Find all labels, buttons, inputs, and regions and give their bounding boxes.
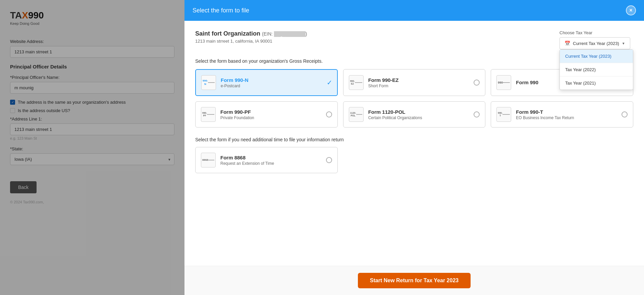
modal: Select the form to file × Saint fort Org… [184, 0, 644, 295]
form-icon-990: 990 [496, 75, 511, 90]
start-return-button[interactable]: Start New Return for Tax Year 2023 [358, 273, 471, 288]
form-card-1120pol[interactable]: 1120-POL Form 1120-POL Certain Political… [343, 101, 486, 128]
form-card-8868[interactable]: 8868 Form 8868 Request an Extension of T… [195, 147, 338, 173]
form-name-990ez: Form 990-EZ [368, 77, 469, 83]
tax-year-button[interactable]: 📅 Current Tax Year (2023) ▼ [559, 37, 630, 49]
modal-footer: Start New Return for Tax Year 2023 [184, 266, 644, 295]
form-radio-1120pol[interactable] [474, 111, 480, 117]
form-icon-1120pol: 1120-POL [349, 107, 364, 122]
form-radio-990pf[interactable] [326, 111, 332, 117]
form-icon-8868: 8868 [201, 153, 216, 167]
org-ein: (EIN: ██-███████) [262, 31, 307, 37]
tax-year-option-2021[interactable]: Tax Year (2021) [560, 77, 633, 90]
form-name-990n: Form 990-N [221, 77, 332, 83]
form-name-990pf: Form 990-PF [220, 109, 321, 115]
tax-year-option-2022[interactable]: Tax Year (2022) [560, 63, 633, 77]
org-address: 1213 main strreet 1, california, IA 9000… [195, 39, 307, 44]
form-name-1120pol: Form 1120-POL [368, 109, 469, 115]
form-card-990n[interactable]: 990-N Form 990-N e-Postcard ✓ [195, 69, 338, 96]
org-info: Saint fort Organization (EIN: ██-███████… [195, 30, 307, 44]
form-radio-8868[interactable] [326, 157, 332, 163]
dropdown-arrow-icon: ▼ [622, 42, 625, 45]
form-name-990t: Form 990-T [516, 109, 617, 115]
extension-section-title: Select the form if you need additional t… [195, 137, 633, 142]
form-desc-990t: EO Business Income Tax Return [516, 115, 617, 120]
modal-close-button[interactable]: × [626, 5, 636, 15]
modal-body: Saint fort Organization (EIN: ██-███████… [184, 21, 644, 266]
form-info-990n: Form 990-N e-Postcard [221, 77, 332, 88]
overlay-dim [0, 0, 184, 295]
form-name-8868: Form 8868 [220, 155, 321, 160]
form-icon-990pf: 990-PF [201, 107, 216, 122]
form-info-990ez: Form 990-EZ Short Form [368, 77, 469, 88]
form-icon-990ez: 990-EZ [349, 75, 364, 90]
form-info-1120pol: Form 1120-POL Certain Political Organiza… [368, 109, 469, 120]
tax-year-dropdown-menu: Current Tax Year (2023) Tax Year (2022) … [559, 49, 633, 90]
tax-year-option-2023[interactable]: Current Tax Year (2023) [560, 50, 633, 63]
form-info-990pf: Form 990-PF Private Foundation [220, 109, 321, 120]
form-card-990t[interactable]: 990-T Form 990-T EO Business Income Tax … [491, 101, 633, 128]
form-info-990t: Form 990-T EO Business Income Tax Return [516, 109, 617, 120]
tax-year-selector: Choose Tax Year 📅 Current Tax Year (2023… [559, 30, 633, 49]
tax-year-label: Choose Tax Year [559, 30, 633, 35]
form-radio-990ez[interactable] [474, 80, 480, 86]
form-desc-990ez: Short Form [368, 84, 469, 88]
modal-title: Select the form to file [193, 7, 249, 14]
org-name: Saint fort Organization (EIN: ██-███████… [195, 30, 307, 37]
selected-checkmark-icon: ✓ [327, 79, 332, 87]
modal-header: Select the form to file × [184, 0, 644, 21]
form-icon-990n: 990-N [201, 75, 216, 90]
form-card-990pf[interactable]: 990-PF Form 990-PF Private Foundation [195, 101, 338, 128]
form-desc-990n: e-Postcard [221, 84, 332, 88]
form-radio-990t[interactable] [622, 111, 628, 117]
tax-year-dropdown[interactable]: 📅 Current Tax Year (2023) ▼ Current Tax … [559, 37, 630, 49]
form-desc-1120pol: Certain Political Organizations [368, 115, 469, 120]
form-desc-990pf: Private Foundation [220, 115, 321, 120]
tax-year-current-label: Current Tax Year (2023) [573, 41, 619, 46]
form-icon-990t: 990-T [496, 107, 511, 122]
calendar-icon: 📅 [565, 41, 570, 46]
form-info-8868: Form 8868 Request an Extension of Time [220, 155, 321, 166]
form-desc-8868: Request an Extension of Time [220, 161, 321, 166]
extension-cards-grid: 8868 Form 8868 Request an Extension of T… [195, 147, 633, 173]
form-card-990ez[interactable]: 990-EZ Form 990-EZ Short Form [343, 69, 486, 96]
